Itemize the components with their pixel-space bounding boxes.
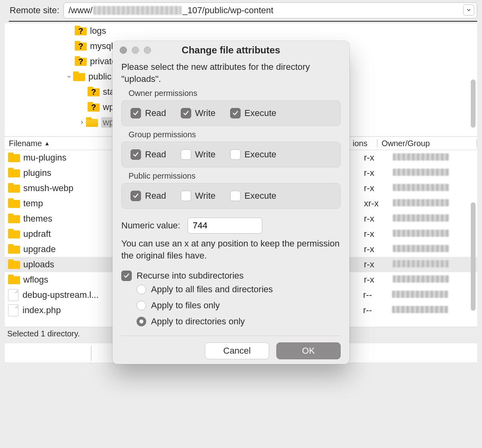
recurse-option-2: Apply to directories only <box>137 316 341 327</box>
group-execute-checkbox-row: Execute <box>230 149 277 160</box>
owner-read-checkbox-row: Read <box>131 108 166 118</box>
unknown-folder-icon: ? <box>88 87 100 97</box>
unknown-folder-icon: ? <box>75 41 87 51</box>
file-permissions: xr-x <box>364 198 393 209</box>
public-write-checkbox-row: Write <box>181 191 216 201</box>
recurse-label: Recurse into subdirectories <box>137 271 244 281</box>
dialog-lead: Please select the new attributes for the… <box>121 61 341 85</box>
minimize-window-button[interactable] <box>132 47 139 54</box>
unknown-folder-icon: ? <box>88 102 100 112</box>
folder-icon <box>8 229 20 239</box>
group-write-checkbox[interactable] <box>181 149 191 160</box>
sort-asc-icon: ▲ <box>44 140 50 147</box>
file-icon <box>8 289 18 301</box>
recurse-options: Apply to all files and directoriesApply … <box>137 284 341 327</box>
address-dropdown-button[interactable] <box>463 4 474 16</box>
public-perm-heading: Public permissions <box>129 171 341 181</box>
recurse-radio-1[interactable] <box>137 301 146 310</box>
public-read-checkbox[interactable] <box>131 191 141 201</box>
file-permissions: r-x <box>364 259 393 270</box>
col-permissions-label: ions <box>353 139 368 148</box>
group-execute-checkbox[interactable] <box>230 149 241 160</box>
file-owner-redacted <box>393 259 449 270</box>
chevron-right-icon[interactable] <box>78 118 86 126</box>
dialog-body: Please select the new attributes for the… <box>112 59 349 336</box>
file-permissions: r-- <box>363 290 392 300</box>
file-permissions: r-x <box>364 214 393 224</box>
dialog-actions: Cancel OK <box>112 336 349 359</box>
col-owner[interactable]: Owner/Group <box>378 139 476 148</box>
read-label: Read <box>145 191 166 201</box>
recurse-row: Recurse into subdirectories <box>121 271 341 281</box>
read-label: Read <box>145 108 166 118</box>
group-perm-heading: Group permissions <box>129 130 341 139</box>
group-perm-group: ReadWriteExecute <box>121 142 341 167</box>
chevron-down-icon[interactable] <box>65 73 73 81</box>
write-label: Write <box>195 149 216 160</box>
write-label: Write <box>195 191 216 201</box>
tree-item-label: logs <box>90 26 106 36</box>
chevron-down-icon <box>466 7 472 13</box>
file-owner-redacted <box>393 198 449 209</box>
address-redacted <box>93 6 182 15</box>
divider <box>9 21 477 22</box>
pane-separator[interactable] <box>91 346 92 361</box>
recurse-checkbox[interactable] <box>121 271 132 281</box>
owner-read-checkbox[interactable] <box>131 108 141 118</box>
owner-write-checkbox[interactable] <box>181 108 191 118</box>
owner-write-checkbox-row: Write <box>181 108 216 118</box>
public-read-checkbox-row: Read <box>131 191 166 201</box>
public-write-checkbox[interactable] <box>181 191 191 201</box>
read-label: Read <box>145 149 166 160</box>
recurse-option-0: Apply to all files and directories <box>137 284 341 295</box>
numeric-row: Numeric value: <box>121 218 341 234</box>
file-owner-redacted <box>393 168 449 178</box>
folder-icon <box>8 168 20 178</box>
file-permissions: r-x <box>364 168 393 178</box>
numeric-value-input[interactable] <box>188 218 262 234</box>
owner-execute-checkbox[interactable] <box>230 108 241 118</box>
group-read-checkbox[interactable] <box>131 149 141 160</box>
remote-site-input[interactable]: /www/ _107/public/wp-content <box>63 2 478 18</box>
public-execute-checkbox[interactable] <box>230 191 241 201</box>
tree-item[interactable]: ?logs <box>5 23 477 39</box>
folder-icon <box>8 244 20 255</box>
recurse-radio-0[interactable] <box>137 285 146 294</box>
folder-icon <box>8 198 20 209</box>
file-owner-redacted <box>393 275 449 285</box>
file-permissions: r-x <box>364 275 393 285</box>
write-label: Write <box>195 108 216 118</box>
recurse-option-label: Apply to files only <box>151 300 220 311</box>
file-owner-redacted <box>393 183 449 193</box>
file-owner-redacted <box>393 214 449 224</box>
change-attributes-dialog: Change file attributes Please select the… <box>112 41 349 364</box>
file-permissions: r-- <box>363 305 392 316</box>
unknown-folder-icon: ? <box>75 56 87 67</box>
cancel-button[interactable]: Cancel <box>205 342 269 359</box>
execute-label: Execute <box>245 191 277 201</box>
folder-icon <box>73 71 85 82</box>
zoom-window-button[interactable] <box>144 47 151 54</box>
address-bar-row: Remote site: /www/ _107/public/wp-conten… <box>0 0 482 21</box>
address-prefix: /www/ <box>69 5 93 16</box>
file-owner-redacted <box>393 244 449 255</box>
col-sep[interactable] <box>476 139 477 147</box>
status-text: Selected 1 directory. <box>7 329 80 338</box>
close-window-button[interactable] <box>120 47 127 54</box>
ok-button[interactable]: OK <box>276 342 341 359</box>
tree-item-label: public <box>88 71 111 82</box>
file-permissions: r-x <box>364 244 393 255</box>
unknown-folder-icon: ? <box>75 26 87 36</box>
file-owner-redacted <box>393 153 449 163</box>
tree-scrollbar[interactable] <box>471 79 476 128</box>
list-scrollbar[interactable] <box>471 202 476 311</box>
address-label: Remote site: <box>10 5 59 16</box>
col-filename-label: Filename <box>9 139 42 148</box>
file-permissions: r-x <box>364 229 393 239</box>
file-permissions: r-x <box>364 153 393 163</box>
recurse-radio-2[interactable] <box>137 317 146 326</box>
recurse-option-label: Apply to all files and directories <box>151 284 273 295</box>
execute-label: Execute <box>245 108 277 118</box>
col-permissions[interactable]: ions <box>349 139 377 148</box>
dialog-titlebar[interactable]: Change file attributes <box>112 41 349 59</box>
